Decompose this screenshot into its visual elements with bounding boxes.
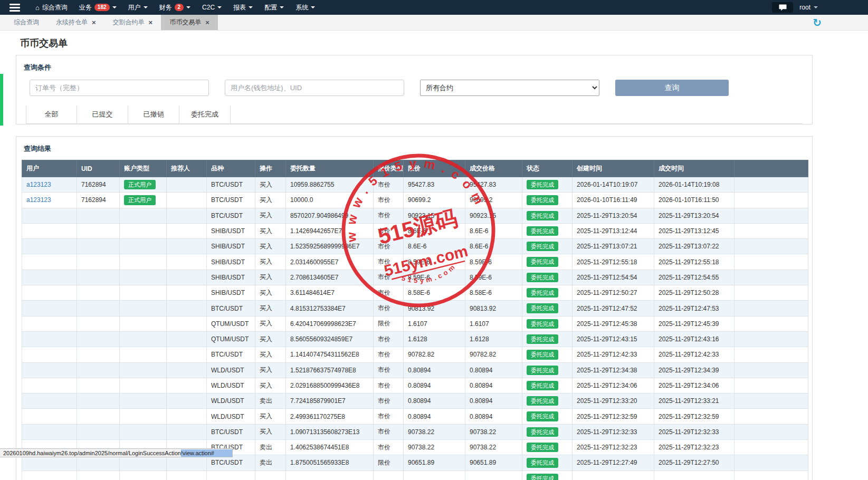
tab-1[interactable]: 综合查询 <box>5 15 47 30</box>
nav-item-5[interactable]: C2C <box>196 0 227 15</box>
cell-limit_price: 0.80894 <box>404 378 465 393</box>
cell-created: 2025-11-29T12:32:59 <box>573 409 654 424</box>
column-header[interactable]: 账户类型 <box>120 160 167 177</box>
table-row[interactable]: BTC/USDT买入1.1414074754311562E8市价90782.82… <box>22 347 808 362</box>
refresh-icon[interactable]: ↻ <box>813 15 822 30</box>
cell-amount: 8570207.904986499 <box>286 208 374 223</box>
username-uid-input[interactable] <box>225 80 404 96</box>
cell-account_type <box>120 331 167 347</box>
filter-tab-3[interactable]: 已撤销 <box>128 105 179 123</box>
search-button[interactable]: 查询 <box>615 80 729 96</box>
cell-side: 买入 <box>255 208 286 223</box>
table-row[interactable]: SHIB/USDT买入2.7086134605E7市价8.59E-68.59E-… <box>22 270 808 285</box>
nav-item-3[interactable]: 用户 <box>122 0 154 15</box>
cell-limit_price: 90651.89 <box>404 455 465 471</box>
cell-extra <box>735 223 808 238</box>
cell-referrer <box>167 347 207 362</box>
contract-select[interactable]: 所有合约 <box>420 80 599 96</box>
column-header[interactable]: 状态 <box>522 160 573 177</box>
column-header[interactable]: 限价 <box>404 160 465 177</box>
cell-deal_price: 8.59E-6 <box>465 270 522 285</box>
nav-item-8[interactable]: 系统 <box>290 0 321 15</box>
column-header[interactable]: 创建时间 <box>573 160 654 177</box>
nav-item-1[interactable]: ⌂综合查询 <box>30 0 73 15</box>
table-row[interactable]: BTC/USDT买入8570207.904986499市价90923.15909… <box>22 208 808 223</box>
cell-dealt: 2025-11-29T12:34:06 <box>654 378 735 393</box>
table-row[interactable]: WLD/USDT买入2.499361170275E8市价0.808940.808… <box>22 409 808 424</box>
table-row[interactable]: a1231237162894正式用户BTC/USDT买入10000.0市价906… <box>22 193 808 208</box>
cell-deal_price: 90813.92 <box>465 301 522 316</box>
order-number-input[interactable] <box>30 80 209 96</box>
tab-3[interactable]: 交割合约单× <box>104 15 161 30</box>
cell-quote_type: 市价 <box>374 254 404 270</box>
cell-dealt: 2025-11-29T12:42:33 <box>654 347 735 362</box>
cell-status: 委托完成 <box>522 301 573 316</box>
column-header[interactable]: 推荐人 <box>167 160 207 177</box>
cell-deal_price <box>465 471 522 480</box>
user-link[interactable]: a123123 <box>26 181 51 188</box>
filter-tab-2[interactable]: 已提交 <box>77 105 128 123</box>
tab-2[interactable]: 永续持仓单× <box>47 15 104 30</box>
column-header[interactable] <box>735 160 808 177</box>
hamburger-menu-icon[interactable] <box>0 0 30 15</box>
status-badge: 委托完成 <box>527 366 558 375</box>
column-header[interactable]: 委托数量 <box>286 160 374 177</box>
table-row[interactable]: WLD/USDT买入2.0291688500999436E8市价0.808940… <box>22 378 808 393</box>
table-row[interactable]: SHIB/USDT买入1.5235925689999986E7市价8.6E-68… <box>22 239 808 254</box>
filter-tab-4[interactable]: 委托完成 <box>179 105 231 123</box>
cell-extra <box>735 285 808 301</box>
cell-dealt: 2026-01-14T10:19:08 <box>654 177 735 193</box>
table-row[interactable]: SHIB/USDT买入3.611484614E7市价8.58E-68.58E-6… <box>22 285 808 301</box>
status-badge: 委托完成 <box>527 273 558 282</box>
cell-side: 买入 <box>255 362 286 378</box>
cell-account_type <box>120 393 167 409</box>
cell-status: 委托完成 <box>522 440 573 455</box>
table-row[interactable]: WLD/USDT买入1.521876637574978E8市价0.808940.… <box>22 362 808 378</box>
table-row[interactable]: SHIB/USDT买入1.14269442657E7市价8.6E-68.6E-6… <box>22 223 808 238</box>
status-badge: 委托完成 <box>527 211 558 220</box>
cell-deal_price: 1.6128 <box>465 331 522 347</box>
nav-item-7[interactable]: 配置 <box>259 0 290 15</box>
navbar-right: root <box>772 0 868 15</box>
cell-user <box>22 331 77 347</box>
table-row[interactable]: BTC/USDT买入4.815312753384E7市价90813.929081… <box>22 301 808 316</box>
cell-symbol: BTC/USDT <box>207 177 255 193</box>
close-icon[interactable]: × <box>92 19 96 26</box>
table-row[interactable]: BTC/USDT卖出1.8750051565933E8限价90651.89906… <box>22 455 808 471</box>
close-icon[interactable]: × <box>149 19 153 26</box>
user-link[interactable]: a123123 <box>26 196 51 204</box>
nav-item-4[interactable]: 财务2 <box>154 0 197 15</box>
cell-user <box>22 316 77 331</box>
cell-created <box>573 471 654 480</box>
status-badge: 委托完成 <box>527 242 558 251</box>
table-row[interactable]: WLD/USDT卖出7.724185879901E7市价0.808940.808… <box>22 393 808 409</box>
cell-status: 委托完成 <box>522 393 573 409</box>
cell-referrer <box>167 223 207 238</box>
table-row[interactable]: BTC/USDT买入1.090713135608273E13市价90738.22… <box>22 424 808 439</box>
cell-amount: 1.521876637574978E8 <box>286 362 374 378</box>
close-icon[interactable]: × <box>205 19 209 26</box>
nav-item-2[interactable]: 业务182 <box>73 0 122 15</box>
user-menu[interactable]: root <box>799 4 818 11</box>
table-row[interactable]: 委托完成 <box>22 471 808 480</box>
query-inputs-row: 所有合约 查询 <box>16 80 812 96</box>
table-row[interactable]: QTUM/USDT买入8.56055609324859E7市价1.61281.6… <box>22 331 808 347</box>
column-header[interactable]: 用户 <box>22 160 77 177</box>
column-header[interactable]: 成交时间 <box>654 160 735 177</box>
column-header[interactable]: 报价类型 <box>374 160 404 177</box>
filter-tab-1[interactable]: 全部 <box>26 105 77 123</box>
column-header[interactable]: 品种 <box>207 160 255 177</box>
column-header[interactable]: 操作 <box>255 160 286 177</box>
nav-item-6[interactable]: 报表 <box>227 0 259 15</box>
tab-4[interactable]: 币币交易单× <box>161 15 218 30</box>
table-row[interactable]: a1231237162894正式用户BTC/USDT买入10959.886275… <box>22 177 808 193</box>
cell-limit_price: 90782.82 <box>404 347 465 362</box>
column-header[interactable]: 成交价格 <box>465 160 522 177</box>
chat-button[interactable] <box>772 2 793 13</box>
table-row[interactable]: SHIB/USDT买入2.0314600955E7市价8.59E-68.59E-… <box>22 254 808 270</box>
cell-symbol: SHIB/USDT <box>207 254 255 270</box>
cell-created: 2026-01-14T10:19:07 <box>573 177 654 193</box>
cell-side: 买入 <box>255 316 286 331</box>
column-header[interactable]: UID <box>77 160 120 177</box>
table-row[interactable]: QTUM/USDT买入6.420417069998623E7限价1.61071.… <box>22 316 808 331</box>
